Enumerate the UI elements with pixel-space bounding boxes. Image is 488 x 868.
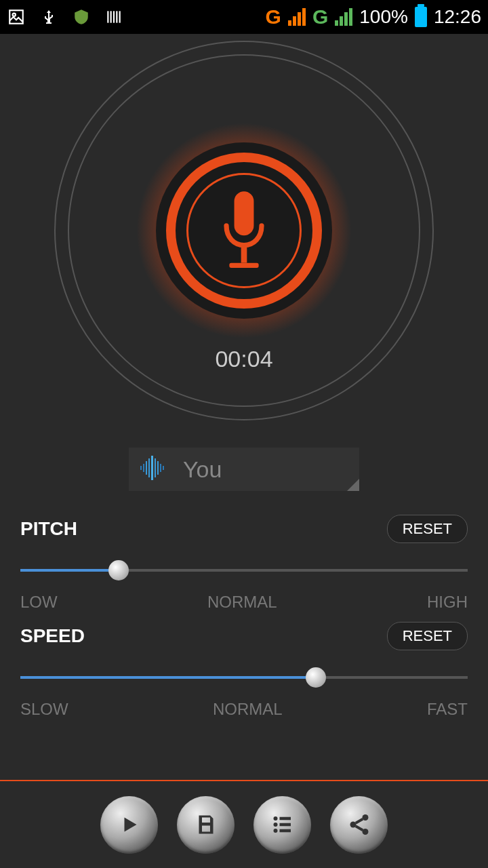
pitch-max: HIGH: [427, 593, 468, 612]
speed-label: SPEED: [20, 625, 85, 647]
svg-rect-4: [113, 11, 115, 22]
svg-rect-5: [116, 11, 117, 22]
svg-point-27: [362, 829, 368, 835]
save-icon: [194, 812, 218, 837]
pitch-range-labels: LOW NORMAL HIGH: [20, 593, 468, 612]
svg-point-23: [273, 829, 277, 833]
picture-icon: [7, 7, 26, 26]
microphone-icon: [214, 186, 274, 275]
share-icon: [347, 812, 371, 837]
svg-rect-16: [157, 461, 159, 475]
pitch-row: PITCH RESET: [20, 515, 468, 543]
share-button[interactable]: [330, 796, 388, 854]
svg-point-19: [273, 816, 277, 821]
svg-rect-13: [148, 458, 150, 477]
svg-rect-17: [160, 464, 161, 472]
pitch-min: LOW: [20, 593, 58, 612]
voice-select[interactable]: You: [129, 448, 359, 491]
svg-rect-10: [140, 466, 142, 470]
svg-rect-12: [146, 461, 147, 475]
speed-thumb[interactable]: [306, 667, 326, 688]
pitch-thumb[interactable]: [108, 560, 129, 580]
svg-rect-2: [107, 11, 108, 22]
network-g-1: G: [266, 5, 281, 28]
play-button[interactable]: [100, 796, 158, 854]
svg-point-25: [362, 814, 368, 821]
battery-icon: [415, 7, 427, 27]
waveform-icon: [139, 454, 166, 484]
svg-rect-9: [229, 263, 258, 268]
save-button[interactable]: [177, 796, 235, 854]
svg-rect-24: [279, 829, 291, 833]
main-area: 00:04 You PITCH RESET: [0, 41, 488, 787]
clock-text: 12:26: [434, 6, 481, 28]
status-right: G G 100% 12:26: [266, 5, 481, 28]
recording-timer: 00:04: [54, 346, 434, 372]
status-bar: G G 100% 12:26: [0, 0, 488, 34]
battery-text: 100%: [359, 6, 408, 28]
signal-icon-1: [288, 8, 306, 26]
pitch-slider[interactable]: [20, 560, 468, 580]
signal-icon-2: [335, 8, 352, 26]
play-icon: [117, 812, 142, 837]
status-left: [7, 7, 123, 26]
pitch-reset-button[interactable]: RESET: [387, 515, 468, 543]
record-button[interactable]: [156, 142, 332, 319]
svg-rect-7: [235, 191, 254, 235]
svg-point-21: [273, 823, 277, 827]
svg-rect-8: [241, 245, 247, 263]
speed-range-labels: SLOW NORMAL FAST: [20, 700, 468, 719]
svg-rect-0: [9, 10, 23, 24]
svg-point-26: [350, 822, 356, 828]
barcode-icon: [104, 7, 123, 26]
svg-rect-20: [279, 817, 291, 821]
speed-reset-button[interactable]: RESET: [387, 622, 468, 650]
svg-rect-22: [279, 823, 291, 827]
bottom-toolbar: [0, 780, 488, 868]
svg-point-1: [13, 14, 16, 16]
svg-rect-3: [110, 11, 112, 22]
svg-rect-11: [143, 464, 144, 472]
network-g-2: G: [312, 5, 328, 28]
list-icon: [270, 812, 295, 837]
list-button[interactable]: [253, 796, 311, 854]
speed-min: SLOW: [20, 700, 68, 719]
speed-slider[interactable]: [20, 667, 468, 688]
controls-panel: PITCH RESET LOW NORMAL HIGH SPEED RESET …: [0, 491, 488, 719]
pitch-mid: NORMAL: [207, 593, 277, 612]
usb-icon: [39, 7, 58, 26]
svg-rect-18: [163, 466, 164, 470]
speed-row: SPEED RESET: [20, 622, 468, 650]
record-container: 00:04: [54, 41, 434, 420]
speed-mid: NORMAL: [213, 700, 283, 719]
svg-rect-14: [151, 456, 153, 480]
voice-name: You: [183, 456, 222, 483]
svg-rect-6: [119, 11, 121, 22]
svg-rect-15: [155, 458, 156, 477]
pitch-label: PITCH: [20, 518, 77, 540]
speed-max: FAST: [427, 700, 468, 719]
shield-icon: [72, 7, 91, 26]
